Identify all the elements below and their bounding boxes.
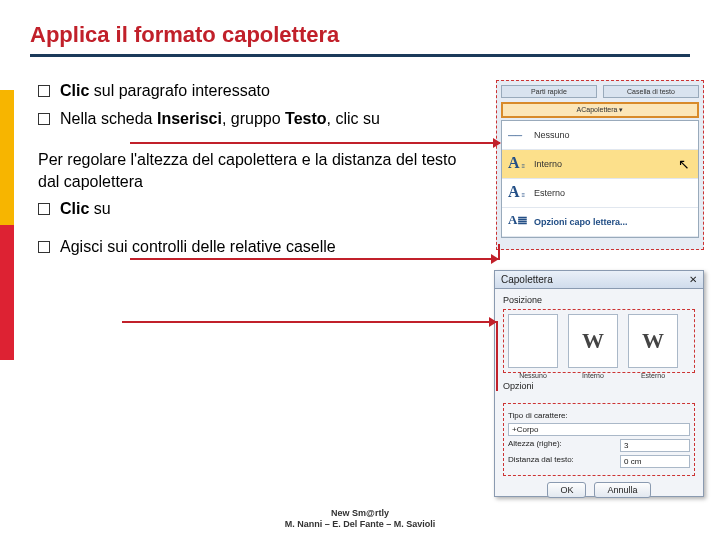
thumb-none[interactable]: Nessuno [508, 314, 558, 368]
close-icon[interactable]: ✕ [689, 274, 697, 285]
section-options: Opzioni [503, 381, 695, 391]
cursor-icon: ↖ [678, 156, 690, 172]
arrow-1 [130, 142, 500, 144]
thumb-interno[interactable]: WInterno [568, 314, 618, 368]
height-label: Altezza (righe): [508, 439, 562, 452]
arrow-2 [130, 258, 498, 260]
menu-item-interno[interactable]: A≡ Interno ↖ [502, 150, 698, 179]
bullet-icon [38, 113, 50, 125]
body-text: Clic sul paragrafo interessato Nella sch… [38, 80, 468, 264]
slide-footer: New Sm@rtly M. Nanni – E. Del Fante – M.… [0, 508, 720, 530]
slide-title: Applica il formato capolettera [30, 22, 690, 48]
title-divider [30, 54, 690, 57]
dialog-titlebar: Capolettera ✕ [495, 271, 703, 289]
thumb-esterno[interactable]: WEsterno [628, 314, 678, 368]
bullet-icon [38, 241, 50, 253]
ok-button[interactable]: OK [547, 482, 586, 498]
font-select[interactable]: +Corpo [508, 423, 690, 436]
arrow-3 [122, 321, 496, 323]
cancel-button[interactable]: Annulla [594, 482, 650, 498]
distance-label: Distanza dal testo: [508, 455, 574, 468]
menu-item-options[interactable]: A≣ Opzioni capo lettera... [502, 208, 698, 237]
height-input[interactable]: 3 [620, 439, 690, 452]
menu-item-esterno[interactable]: A≡ Esterno [502, 179, 698, 208]
font-label: Tipo di carattere: [508, 411, 568, 420]
bullet-icon [38, 85, 50, 97]
bullet-icon [38, 203, 50, 215]
dropcap-dialog: Capolettera ✕ Posizione Nessuno WInterno… [494, 270, 704, 497]
ribbon-panel: Parti rapide Casella di testo ACapolette… [496, 80, 704, 250]
ribbon-dropcap-button[interactable]: ACapolettera ▾ [501, 102, 699, 118]
distance-input[interactable]: 0 cm [620, 455, 690, 468]
ribbon-quickparts[interactable]: Parti rapide [501, 85, 597, 98]
ribbon-textbox[interactable]: Casella di testo [603, 85, 699, 98]
section-position: Posizione [503, 295, 695, 305]
dropcap-menu: ── Nessuno A≡ Interno ↖ A≡ Esterno A≣ Op… [501, 120, 699, 238]
menu-item-none[interactable]: ── Nessuno [502, 121, 698, 150]
